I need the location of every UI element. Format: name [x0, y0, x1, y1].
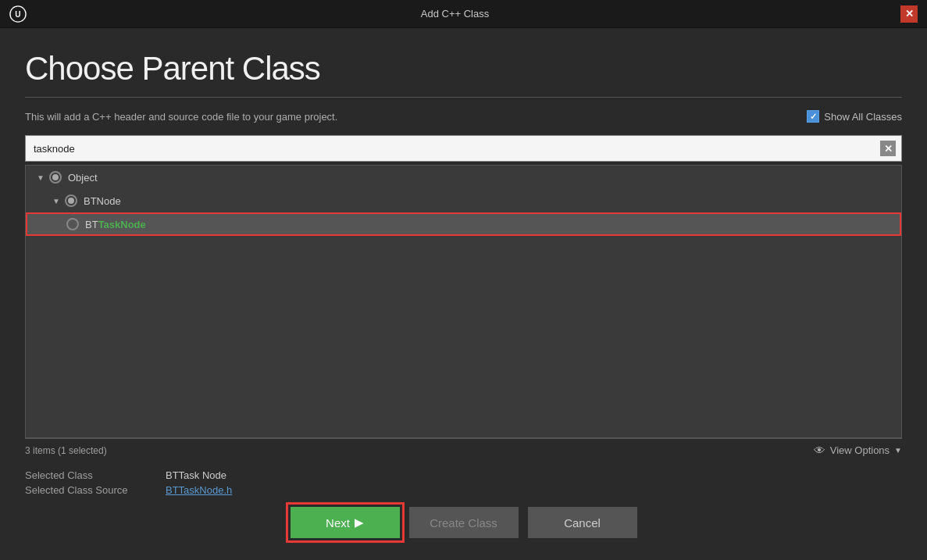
- class-name-bt-prefix: BT: [85, 219, 98, 230]
- selected-class-source-value[interactable]: BTTaskNode.h: [166, 484, 902, 496]
- radio-icon: [65, 194, 77, 207]
- create-class-button[interactable]: Create Class: [409, 507, 519, 538]
- show-all-classes-label: Show All Classes: [824, 111, 902, 123]
- search-input[interactable]: [25, 135, 902, 162]
- selected-class-source-label: Selected Class Source: [25, 484, 166, 496]
- radio-icon: [49, 171, 62, 184]
- subtitle-text: This will add a C++ header and source co…: [25, 111, 337, 123]
- list-item[interactable]: ▼ Object: [26, 166, 901, 189]
- show-all-classes-toggle[interactable]: Show All Classes: [807, 110, 902, 123]
- items-count-label: 3 items (1 selected): [25, 445, 107, 456]
- collapse-arrow-icon: ▼: [35, 172, 46, 183]
- svg-text:U: U: [15, 9, 20, 18]
- window-title: Add C++ Class: [27, 8, 883, 20]
- header-row: This will add a C++ header and source co…: [25, 110, 902, 123]
- close-button[interactable]: ✕: [900, 5, 918, 23]
- view-options-label: View Options: [830, 444, 890, 456]
- collapse-arrow-icon: ▼: [51, 195, 62, 206]
- class-name-btnode: BTNode: [84, 195, 121, 207]
- page-title: Choose Parent Class: [25, 50, 902, 87]
- class-name-object: Object: [68, 172, 98, 184]
- create-class-label: Create Class: [430, 516, 497, 530]
- selected-class-value: BTTask Node: [166, 469, 902, 481]
- button-row: Next ▶ Create Class Cancel: [25, 507, 902, 544]
- view-options-button[interactable]: 👁 View Options ▼: [814, 444, 902, 457]
- search-clear-button[interactable]: ✕: [880, 141, 896, 156]
- class-name-tasknode-highlight: TaskNode: [98, 219, 146, 230]
- show-all-classes-checkbox[interactable]: [807, 110, 819, 123]
- next-arrow-icon: ▶: [355, 515, 364, 530]
- radio-icon-bttasknode: [66, 218, 79, 230]
- divider: [25, 97, 902, 98]
- class-list[interactable]: ▼ Object ▼ BTNode BTTaskNode: [25, 165, 902, 438]
- list-item[interactable]: ▼ BTNode: [26, 189, 901, 212]
- next-button[interactable]: Next ▶: [291, 507, 400, 538]
- cancel-label: Cancel: [564, 516, 601, 530]
- cancel-button[interactable]: Cancel: [528, 507, 637, 538]
- eye-icon: 👁: [814, 444, 825, 457]
- selected-class-info: Selected Class BTTask Node Selected Clas…: [25, 462, 902, 507]
- selected-class-label: Selected Class: [25, 469, 166, 481]
- title-bar-left: U: [9, 5, 27, 23]
- chevron-down-icon: ▼: [894, 446, 902, 455]
- list-item-bttasknode[interactable]: BTTaskNode: [26, 212, 901, 236]
- title-bar: U Add C++ Class ✕: [0, 0, 927, 28]
- status-bar: 3 items (1 selected) 👁 View Options ▼: [25, 438, 902, 462]
- ue-logo-icon: U: [9, 5, 27, 23]
- next-button-label: Next: [326, 516, 350, 530]
- search-container: ✕: [25, 135, 902, 162]
- main-content: Choose Parent Class This will add a C++ …: [0, 28, 927, 560]
